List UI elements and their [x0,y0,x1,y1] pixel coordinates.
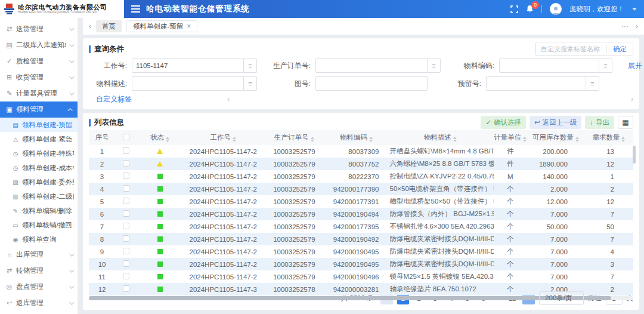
sidebar-item[interactable]: ◎盘点管理 [0,279,78,295]
sort-icon[interactable] [166,137,169,142]
column-header[interactable]: 物料编码 [325,130,387,145]
filter-icon[interactable]: ≡ [244,76,257,91]
sidebar-subitem[interactable]: ◷领料单创建-成本中心 [0,161,78,175]
cell-seq: 7 [89,220,115,233]
cell-unit: 个 [494,258,527,270]
column-header[interactable]: 计量单位 [494,130,527,145]
status-ok-icon [157,174,163,179]
field-input[interactable] [132,76,244,91]
select-all-checkbox[interactable] [123,134,129,140]
sidebar-subitem[interactable]: ▨领料单创建-委外组件 [0,175,78,189]
tag-scroll-right-icon[interactable]: › [631,95,633,103]
row-checkbox[interactable] [123,210,129,217]
tab-more-icon[interactable]: ··· [621,22,628,30]
sort-icon[interactable] [575,137,579,142]
row-checkbox[interactable] [123,160,129,167]
sort-icon[interactable] [621,137,625,142]
sort-icon[interactable] [369,137,373,142]
row-checkbox[interactable] [123,147,129,154]
sort-icon[interactable] [311,137,314,142]
user-greeting[interactable]: 庞晓明，欢迎您！ [569,5,624,14]
sidebar-item[interactable]: ⊞收货管理 [0,69,78,85]
tab-current[interactable]: 领料单创建-预留× [126,20,197,32]
sort-icon[interactable] [523,137,527,142]
row-checkbox[interactable] [123,198,129,204]
sidebar-subitem[interactable]: ◷领料单创建-特殊项目 [0,146,78,161]
cell-unit: 个 [494,233,527,245]
column-header[interactable]: 需求数量 [584,130,633,145]
tab-home[interactable]: 首页 [96,20,122,32]
export-button[interactable]: ↓导出 [585,116,614,129]
row-checkbox[interactable] [123,273,129,279]
field-input[interactable] [486,76,586,91]
row-checkbox[interactable] [123,260,129,267]
sort-icon[interactable] [453,137,457,142]
column-header[interactable]: 状态 [137,130,183,145]
row-checkbox[interactable] [123,285,129,292]
sidebar-item[interactable]: ✎计量器具管理 [0,85,78,101]
filter-icon[interactable]: ≡ [428,59,441,73]
column-header[interactable]: 生产订单号 [263,130,325,145]
page-size-select[interactable]: 200条/页 [539,291,583,305]
column-header[interactable]: 可用库存数量 [527,130,584,145]
sidebar-subitem[interactable]: ◉领料单查询 [0,232,78,247]
row-checkbox[interactable] [123,223,129,229]
fullscreen-icon[interactable] [510,5,518,13]
chevron-down-icon[interactable] [632,8,637,11]
field-input[interactable] [132,59,244,73]
column-header[interactable]: 工作号 [183,130,263,145]
sidebar-subitem[interactable]: ✎领料单编辑/删除 [0,204,78,218]
sidebar-item[interactable]: ⇄送货管理 [0,21,78,37]
back-button[interactable]: ↩返回上一级 [530,116,581,129]
stocktake-icon: ◎ [5,283,13,291]
field-input[interactable] [499,59,599,73]
field-label: 图号: [273,79,315,89]
sidebar-subitem[interactable]: △领料单创建-紧急 [0,132,78,146]
filter-icon[interactable]: ≡ [586,76,599,91]
sidebar-subitem[interactable]: ▤领料单创建-预留 [0,118,78,132]
sort-icon[interactable] [233,137,236,142]
field-input[interactable] [315,59,428,73]
sidebar-subitem-label: 领料单创建-委外组件 [22,178,74,187]
chevron-down-icon [69,74,74,79]
sidebar-subitem[interactable]: ▭领料单核销/撤回 [0,218,78,232]
cell-order-no: 10003252579 [263,208,325,220]
user-avatar[interactable] [550,3,562,15]
tag-confirm-button[interactable]: 确定 [607,42,633,56]
row-checkbox[interactable] [123,248,129,254]
status-ok-icon [157,186,163,192]
vertical-scrollbar[interactable] [633,146,636,164]
field-input[interactable] [315,76,428,91]
cell-unit: 件 [494,145,527,158]
tab-close-icon[interactable]: × [187,23,191,30]
measuring-tools-icon: ✎ [5,90,13,97]
sidebar-item[interactable]: ▣领料管理 [0,101,78,118]
custom-tag-link[interactable]: 自定义标签 [96,94,132,104]
horizontal-scrollbar[interactable] [89,296,611,300]
confirm-button[interactable]: ✓确认选择 [481,116,526,129]
column-header [115,130,137,145]
sidebar-item[interactable]: ↩退库管理 [0,295,78,311]
sidebar-collapse-icon[interactable] [131,5,140,13]
notification-bell-icon[interactable]: 0 [526,5,534,13]
sidebar-item[interactable]: ⌂出库管理 [0,247,78,263]
column-settings-button[interactable]: ▦ [618,116,633,129]
cell-material-code: 942000003281 [325,283,387,295]
tag-search-input[interactable] [536,45,606,53]
tag-scroll-left-icon[interactable]: ‹ [227,95,230,103]
tab-scroll-right-icon[interactable]: › [636,22,638,30]
sidebar-item[interactable]: ✓质检管理 [0,53,78,69]
cell-unit: 个 [494,195,527,208]
row-checkbox[interactable] [123,185,129,192]
sidebar-item[interactable]: ▤二级库入库通知单 [0,37,78,53]
filter-icon[interactable]: ≡ [599,59,612,73]
column-header[interactable]: 物料描述 [388,130,494,145]
filter-icon[interactable]: ≡ [244,59,257,73]
tab-scroll-left-icon[interactable]: ‹ [89,22,91,30]
cell-material-desc: 防爆管接头（内外） BGJ-M25×1.5（外） [388,208,494,220]
sidebar-item[interactable]: ⇄转储管理 [0,263,78,279]
sidebar-subitem[interactable]: ▥领料单创建-二级库 [0,189,78,204]
row-checkbox[interactable] [123,235,129,242]
row-checkbox[interactable] [123,173,129,179]
expand-link[interactable]: 展开 [628,61,642,71]
